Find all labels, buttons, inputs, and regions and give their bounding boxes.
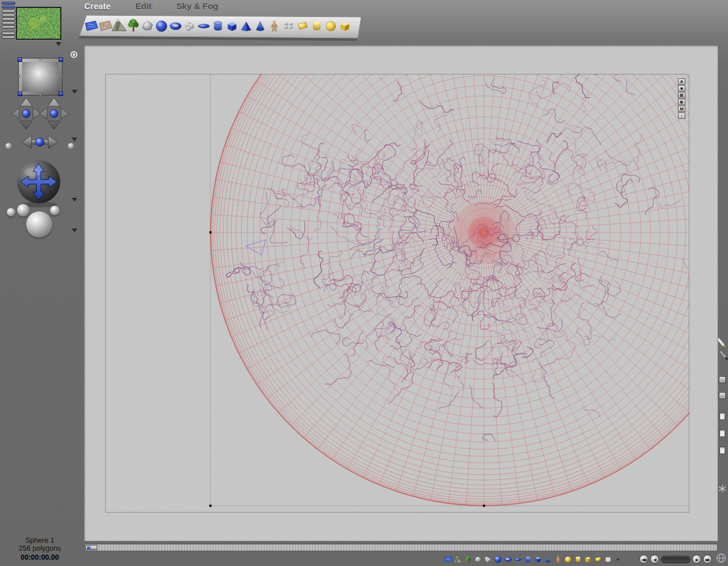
view-preset-sphere[interactable] — [7, 208, 15, 217]
menu-arrow-icon: ▸ — [114, 2, 118, 10]
tool-square-icon[interactable] — [719, 376, 726, 383]
selected-object-name: Sphere 1 — [0, 536, 80, 544]
bar[interactable] — [2, 2, 15, 5]
chevron-down-icon[interactable] — [56, 42, 61, 46]
chevron-down-icon[interactable] — [72, 198, 77, 202]
bottom-cube[interactable] — [535, 557, 540, 563]
menu-arrow-icon: ▸ — [221, 2, 225, 10]
palette-torus[interactable] — [170, 23, 181, 30]
menu-edit[interactable]: Edit▸ — [135, 1, 158, 11]
bottom-cylinder[interactable] — [526, 556, 530, 562]
camera-trackball[interactable] — [14, 158, 64, 208]
timeline-scrubber[interactable] — [84, 544, 718, 551]
bottom-terrain[interactable] — [454, 556, 462, 563]
bottom-figure[interactable] — [556, 556, 560, 563]
convert-button[interactable]: ↑ — [678, 113, 685, 119]
material-button[interactable]: M — [678, 106, 685, 112]
view-preset-sphere[interactable] — [26, 211, 52, 238]
snowflake-icon[interactable] — [718, 484, 727, 493]
lab-page-icon[interactable] — [719, 430, 725, 437]
chevron-down-icon[interactable] — [72, 228, 77, 232]
timecode: 00:00:00.00 — [0, 553, 80, 561]
right-tool-strip — [718, 45, 728, 541]
scrubber-handle[interactable] — [85, 545, 97, 550]
playback-forward-button-1[interactable]: ▶▶ — [703, 555, 712, 564]
playback-forward-button-0[interactable]: ▶ — [692, 555, 701, 564]
playback-controls: ◀◀◀▶▶▶ — [639, 555, 712, 564]
bottom-flat-face[interactable] — [606, 557, 611, 561]
palette-cylinder-light[interactable] — [313, 22, 320, 30]
handle-icon[interactable] — [18, 57, 22, 62]
globe-icon[interactable] — [716, 553, 726, 563]
bottom-cylinder-light[interactable] — [576, 557, 580, 562]
resize-button[interactable]: ⊞ — [678, 92, 685, 98]
create-palette — [78, 8, 366, 42]
selection-palette — [442, 553, 631, 566]
status-readout: Sphere 1 256 polygons 00:00:00.00 — [0, 536, 80, 561]
palette-cylinder[interactable] — [214, 21, 222, 30]
camera-preview-control[interactable] — [18, 58, 63, 95]
chevron-down-icon[interactable] — [72, 138, 77, 142]
bottom-sphere-light[interactable] — [565, 556, 571, 563]
palette-sphere-light[interactable] — [326, 22, 336, 31]
lab-page-icon[interactable] — [719, 447, 725, 454]
camera-pan-arrows[interactable] — [1, 93, 78, 157]
dolly-arrows[interactable] — [22, 136, 58, 148]
handle-icon[interactable] — [18, 75, 20, 77]
camera-view-thumb[interactable] — [22, 62, 59, 91]
bar[interactable] — [2, 14, 15, 16]
memory-dot[interactable] — [6, 143, 12, 149]
object-control-buttons: A■⊞⊕M↑ — [678, 78, 685, 119]
palette-sphere[interactable] — [156, 21, 167, 32]
bottom-more[interactable] — [617, 559, 620, 561]
bar[interactable] — [2, 10, 15, 13]
bottom-water[interactable] — [444, 556, 452, 563]
bottom-torus[interactable] — [504, 557, 511, 562]
bottom-square-light[interactable] — [595, 557, 601, 561]
memory-dot[interactable] — [68, 143, 75, 149]
bar[interactable] — [2, 18, 15, 20]
preview-size-bars[interactable] — [2, 2, 15, 40]
bar[interactable] — [2, 36, 15, 39]
handle-icon[interactable] — [61, 75, 63, 77]
bar[interactable] — [2, 32, 15, 35]
palette-disc[interactable] — [198, 24, 209, 28]
attributes-button[interactable]: A — [678, 78, 685, 85]
main-menus: Create▸Edit▸Sky & Fog▸ — [84, 1, 225, 11]
handle-icon[interactable] — [39, 57, 42, 60]
playback-timeline[interactable] — [661, 556, 690, 563]
bottom-sphere[interactable] — [495, 556, 502, 563]
tool-square-icon[interactable] — [719, 392, 726, 399]
menu-arrow-icon: ▸ — [155, 2, 159, 10]
view-preset-sphere[interactable] — [50, 206, 60, 215]
bottom-cube-light[interactable] — [585, 557, 590, 563]
bar[interactable] — [2, 26, 15, 28]
bottom-metaball[interactable] — [485, 557, 491, 562]
show-as-box-button[interactable]: ■ — [678, 85, 685, 91]
bottom-stone[interactable] — [475, 556, 481, 561]
bryce-app: Create▸Edit▸Sky & Fog▸ — [0, 0, 728, 566]
left-control-panel: Sphere 1 256 polygons 00:00:00.00 — [0, 0, 80, 566]
handle-icon[interactable] — [59, 57, 63, 62]
view-preset-sphere[interactable] — [17, 204, 30, 217]
origin-dot-button[interactable] — [71, 51, 77, 58]
origin-button[interactable]: ⊕ — [678, 99, 685, 105]
lab-page-icon[interactable] — [719, 413, 725, 420]
bottom-tree[interactable] — [465, 556, 471, 563]
menu-create[interactable]: Create▸ — [84, 1, 117, 11]
wireframe-scene — [84, 45, 718, 541]
bottom-cone[interactable] — [545, 556, 550, 562]
bar[interactable] — [2, 22, 15, 24]
playback-back-button-0[interactable]: ◀◀ — [639, 555, 648, 564]
polygon-count: 256 polygons — [0, 544, 80, 552]
playback-back-button-1[interactable]: ◀ — [650, 555, 659, 564]
nano-preview[interactable] — [16, 7, 61, 40]
pan-arrow-cluster-left[interactable] — [11, 98, 41, 130]
menu-sky-fog[interactable]: Sky & Fog▸ — [176, 1, 225, 11]
pan-arrow-cluster-right[interactable] — [39, 98, 69, 130]
bar[interactable] — [2, 6, 15, 9]
scene-viewport[interactable]: A■⊞⊕M↑ — [84, 45, 718, 541]
brush-icon[interactable] — [719, 348, 728, 365]
bottom-disc[interactable] — [514, 558, 521, 560]
